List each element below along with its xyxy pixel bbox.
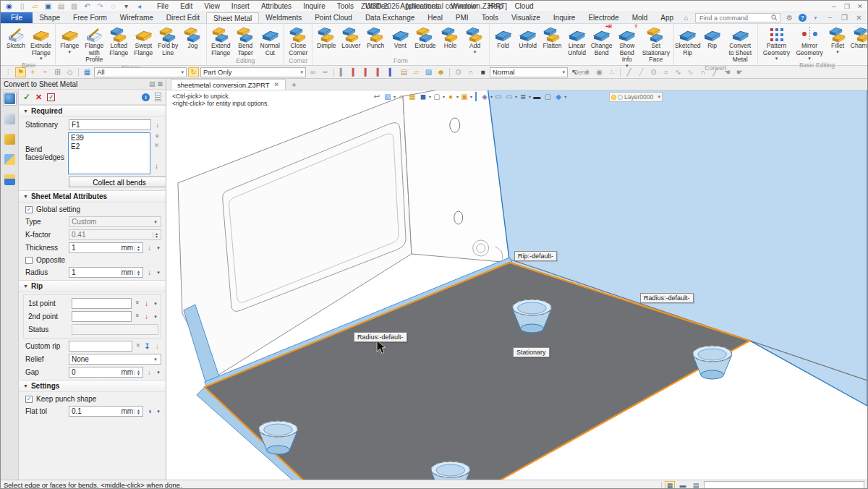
stationary-tag[interactable]: Stationary	[513, 347, 550, 357]
graphics-area[interactable]: <Ctrl-pick> to unpick. <right-click> for…	[166, 90, 867, 480]
thickness-options-icon[interactable]: ▾	[156, 245, 161, 251]
spline-icon[interactable]: ∿	[685, 67, 696, 77]
radius-pick-icon[interactable]: ↓	[145, 268, 153, 276]
collapse-list-icon[interactable]: »	[153, 134, 160, 137]
polyline-icon[interactable]: ∿	[673, 67, 684, 77]
status-command-input[interactable]	[704, 481, 864, 489]
flange-button[interactable]: Flange▾	[57, 25, 82, 64]
add-button[interactable]: Add▾	[463, 25, 488, 57]
first-point-pick-icon[interactable]: ↓	[142, 299, 150, 307]
render-mode-icon[interactable]: ●	[446, 91, 456, 101]
thickness-input[interactable]: 1 mm ▲▼	[69, 242, 143, 253]
flat-tol-mode-icon[interactable]: ◑	[145, 407, 153, 415]
tab-free-form[interactable]: Free Form	[67, 12, 114, 23]
custom-rip-load-icon[interactable]: ↧	[143, 342, 151, 350]
chamfer-button[interactable]: Chamfer	[850, 25, 868, 61]
layers-icon[interactable]: ≣	[518, 91, 528, 101]
model-geometry[interactable]	[166, 90, 867, 480]
select-cursor-icon[interactable]: ↖	[569, 67, 580, 77]
menu-utilities[interactable]: Utilities	[360, 2, 393, 10]
restore-icon[interactable]: ❐	[843, 3, 851, 10]
second-point-options-icon[interactable]: ▾	[153, 314, 158, 320]
notes-icon[interactable]	[155, 93, 161, 101]
scene-manager-icon[interactable]	[3, 153, 17, 166]
minimize-icon[interactable]: ─	[830, 3, 838, 10]
tab-direct-edit[interactable]: Direct Edit	[160, 12, 206, 23]
menu-inquire[interactable]: Inquire	[298, 2, 331, 10]
set-stationary-face-button[interactable]: Set Stationary Face	[640, 25, 672, 69]
tab-app[interactable]: App	[654, 12, 680, 23]
menu-attributes[interactable]: Attributes	[256, 2, 297, 10]
sketch-button[interactable]: Sketch	[4, 25, 28, 61]
close-icon[interactable]: ✕	[856, 3, 864, 10]
folder-icon[interactable]: ▱	[411, 67, 422, 77]
entity-filter-combo[interactable]: All▾	[94, 67, 187, 77]
tab-heal[interactable]: Heal	[421, 12, 449, 23]
second-point-expand-icon[interactable]: »	[134, 313, 141, 320]
section-attributes[interactable]: ▼ Sheet Metal Attributes	[19, 190, 166, 203]
bend-list-item[interactable]: E2	[71, 143, 148, 151]
ok-icon[interactable]: ✓	[23, 92, 30, 102]
col-c-icon[interactable]: ▍	[362, 67, 373, 77]
tab-pmi[interactable]: PMI	[449, 12, 475, 23]
menu-applications[interactable]: Applications	[395, 2, 444, 10]
col-e-icon[interactable]: ▍	[386, 67, 397, 77]
info-icon[interactable]: i	[142, 93, 150, 101]
change-bend-button[interactable]: +RChange Bend	[590, 25, 614, 69]
radius-input[interactable]: 1 mm ▲▼	[69, 267, 143, 278]
cancel-icon[interactable]: ✕	[35, 93, 42, 102]
vent-button[interactable]: Vent	[388, 25, 412, 57]
circle-icon[interactable]: ○	[660, 67, 671, 77]
swept-flange-button[interactable]: Swept Flange	[131, 25, 156, 64]
fillet-button[interactable]: Fillet▾	[825, 25, 850, 61]
team-icon[interactable]: ☻	[435, 67, 446, 77]
apply-icon[interactable]: ✓	[47, 93, 55, 101]
circle-center-icon[interactable]: ⊙	[648, 67, 659, 77]
filter-columns-icon[interactable]: ▦	[82, 67, 93, 77]
orient-view-icon[interactable]: ▧	[383, 91, 393, 101]
menu-help[interactable]: Help	[483, 2, 509, 10]
show-bend-info-button[interactable]: ?Show Bend Info▾	[614, 25, 640, 69]
erase-icon[interactable]: ▱	[396, 91, 407, 101]
minimize2-icon[interactable]: −	[825, 13, 835, 23]
pick-flag-icon[interactable]: ⚑	[15, 67, 26, 77]
bracket-icon[interactable]: ∩	[465, 67, 476, 77]
command-search[interactable]	[695, 13, 780, 22]
home-icon[interactable]: ⌂	[681, 13, 692, 23]
tab-point-cloud[interactable]: Point Cloud	[308, 12, 359, 23]
new-tab-button[interactable]: +	[286, 79, 302, 90]
line2-icon[interactable]: ╱	[636, 67, 647, 77]
jog-button[interactable]: Jog	[180, 25, 205, 64]
new-icon[interactable]: ▯	[17, 1, 27, 12]
menu-cloud[interactable]: Cloud	[509, 2, 538, 10]
record-ui-icon[interactable]: ▦	[665, 481, 675, 489]
sketched-rip-button[interactable]: Sketched Rip	[676, 25, 700, 64]
command-search-input[interactable]	[698, 14, 771, 22]
bend-taper-button[interactable]: Bend Taper	[233, 25, 258, 57]
spray-icon[interactable]: ∴	[606, 67, 617, 77]
remove-entity-icon[interactable]: −	[40, 67, 51, 77]
zoom-window-icon[interactable]: ▭	[493, 91, 503, 101]
sketch-line-icon[interactable]: ╱	[710, 67, 720, 77]
mirror-geometry-button[interactable]: Mirror Geometry▾	[793, 25, 825, 61]
print-icon[interactable]: ▤	[56, 1, 67, 12]
pick-face-icon[interactable]: ↓	[153, 121, 161, 129]
rip-button[interactable]: Rip	[700, 25, 725, 64]
add-frame-icon[interactable]: ⊞	[52, 67, 63, 77]
background-icon[interactable]: ▣	[459, 91, 469, 101]
tab-close-icon[interactable]: ✕	[274, 81, 280, 88]
line-icon[interactable]: ╱	[624, 67, 634, 77]
save-icon[interactable]: ▣	[43, 1, 54, 12]
gap-input[interactable]: 0 mm ▲▼	[69, 367, 143, 378]
fold-by-line-button[interactable]: Fold by Line	[156, 25, 180, 64]
second-point-pick-icon[interactable]: ↓	[142, 312, 150, 320]
second-point-input[interactable]	[72, 311, 132, 322]
col-b-icon[interactable]: ▍	[349, 67, 360, 77]
gear-icon[interactable]: ⚙	[784, 13, 795, 23]
unlink-icon[interactable]: ≃	[320, 67, 331, 77]
panel-close-icon[interactable]: ⊠	[157, 80, 163, 88]
pick-bends-icon[interactable]: ↓	[153, 162, 161, 170]
layer-combo[interactable]: Layer0000 ▾	[609, 92, 663, 102]
hide-icon[interactable]: ▬	[532, 91, 542, 101]
radius-options-icon[interactable]: ▾	[156, 270, 161, 276]
